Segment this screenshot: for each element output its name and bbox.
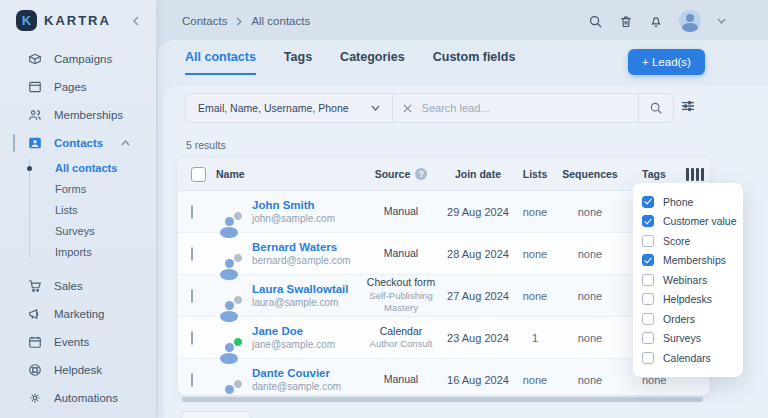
- contact-name-link[interactable]: Dante Couvier: [252, 366, 341, 381]
- contact-name-link[interactable]: Jane Doe: [252, 324, 335, 339]
- column-option-surveys[interactable]: Surveys: [633, 329, 743, 349]
- tab-categories[interactable]: Categories: [340, 50, 405, 75]
- column-option-helpdesks[interactable]: Helpdesks: [633, 290, 743, 310]
- columns-visibility-dropdown: Phone Customer value Score Memberships W…: [633, 183, 743, 377]
- active-bullet: [27, 166, 32, 171]
- row-checkbox[interactable]: [191, 247, 193, 261]
- tab-custom-fields[interactable]: Custom fields: [433, 50, 516, 75]
- sidebar-item-sales[interactable]: Sales: [0, 272, 156, 300]
- checkbox[interactable]: [642, 274, 654, 286]
- column-option-orders[interactable]: Orders: [633, 309, 743, 329]
- search-submit-icon[interactable]: [638, 94, 673, 122]
- sidebar-item-marketing[interactable]: Marketing: [0, 300, 156, 328]
- contacts-table: Name Source ? Join date Lists Sequences …: [178, 158, 710, 395]
- row-checkbox[interactable]: [191, 205, 193, 219]
- column-option-phone[interactable]: Phone: [633, 192, 743, 212]
- contacts-tabs: All contacts Tags Categories Custom fiel…: [185, 50, 515, 75]
- horizontal-scrollbar[interactable]: [182, 397, 703, 402]
- sidebar-item-helpdesk[interactable]: Helpdesk: [0, 356, 156, 384]
- checkbox[interactable]: [642, 196, 654, 208]
- checkbox[interactable]: [642, 352, 654, 364]
- clear-search-icon[interactable]: [403, 104, 412, 113]
- add-lead-button[interactable]: + Lead(s): [628, 49, 705, 75]
- contacts-submenu: All contacts Forms Lists Surveys Imports: [0, 157, 156, 262]
- contact-name-link[interactable]: Laura Swallowtail: [252, 282, 349, 297]
- join-date-value: 27 Aug 2024: [442, 290, 514, 302]
- sidebar-item-events[interactable]: Events: [0, 328, 156, 356]
- events-icon: [28, 335, 42, 349]
- sidebar-subitem-forms[interactable]: Forms: [0, 178, 156, 199]
- column-option-score[interactable]: Score: [633, 231, 743, 251]
- sidebar-subitem-lists[interactable]: Lists: [0, 199, 156, 220]
- search-input[interactable]: [420, 101, 638, 115]
- columns-settings-icon[interactable]: [686, 168, 704, 181]
- source-sub-value: Author Consult: [360, 338, 442, 350]
- column-option-label: Score: [663, 235, 690, 247]
- active-section-indicator: [13, 134, 15, 152]
- sequences-value: none: [556, 374, 624, 386]
- checkbox[interactable]: [642, 254, 654, 266]
- checkbox[interactable]: [642, 215, 654, 227]
- column-option-label: Phone: [663, 196, 693, 208]
- row-checkbox[interactable]: [191, 373, 193, 387]
- sidebar-item-campaigns[interactable]: Campaigns: [0, 45, 156, 73]
- sidebar-item-pages[interactable]: Pages: [0, 73, 156, 101]
- tab-tags[interactable]: Tags: [284, 50, 312, 75]
- checkbox[interactable]: [642, 293, 654, 305]
- tab-all-contacts[interactable]: All contacts: [185, 50, 256, 75]
- user-avatar[interactable]: [679, 10, 701, 32]
- account-chevron-down-icon[interactable]: [717, 18, 726, 24]
- breadcrumb-separator-icon: [236, 17, 242, 26]
- subitem-label: Lists: [55, 204, 78, 216]
- breadcrumb-parent[interactable]: Contacts: [182, 15, 227, 27]
- sidebar-item-label: Events: [54, 336, 89, 348]
- sidebar-item-label: Campaigns: [54, 53, 112, 65]
- advanced-filters-icon[interactable]: [680, 98, 696, 114]
- column-option-label: Orders: [663, 313, 695, 325]
- sequences-value: none: [556, 206, 624, 218]
- sidebar-subitem-surveys[interactable]: Surveys: [0, 220, 156, 241]
- sidebar-item-automations[interactable]: Automations: [0, 384, 156, 412]
- contact-name-link[interactable]: John Smith: [252, 198, 335, 213]
- column-option-calendars[interactable]: Calendars: [633, 348, 743, 368]
- checkbox[interactable]: [642, 235, 654, 247]
- search-icon[interactable]: [588, 14, 603, 29]
- sidebar-item-memberships[interactable]: Memberships: [0, 101, 156, 129]
- app-logo-text: KARTRA: [44, 13, 111, 28]
- contact-name-link[interactable]: Bernard Waters: [252, 240, 351, 255]
- per-page-selector-partial[interactable]: [181, 411, 251, 418]
- source-value: Checkout form: [360, 276, 442, 290]
- source-info-icon[interactable]: ?: [415, 168, 427, 180]
- table-row[interactable]: Bernard Waters bernard@sample.com Manual…: [178, 233, 710, 275]
- row-checkbox[interactable]: [191, 331, 193, 345]
- table-row[interactable]: Dante Couvier dante@sample.com Manual 16…: [178, 359, 710, 395]
- table-row[interactable]: John Smith john@sample.com Manual 29 Aug…: [178, 191, 710, 233]
- marketing-icon: [28, 307, 42, 321]
- sidebar-item-contacts[interactable]: Contacts: [0, 129, 156, 157]
- checkbox[interactable]: [642, 332, 654, 344]
- select-all-checkbox[interactable]: [191, 167, 206, 182]
- source-value: Manual: [360, 247, 442, 261]
- sidebar-subitem-all-contacts[interactable]: All contacts: [0, 157, 156, 178]
- table-row[interactable]: Jane Doe jane@sample.com CalendarAuthor …: [178, 317, 710, 359]
- trash-icon[interactable]: [619, 14, 633, 29]
- column-option-label: Webinars: [663, 274, 707, 286]
- sidebar-item-label: Sales: [54, 280, 83, 292]
- subitem-label: All contacts: [55, 162, 117, 174]
- sidebar-collapse-icon[interactable]: [132, 16, 140, 26]
- notifications-bell-icon[interactable]: [649, 14, 663, 29]
- column-option-webinars[interactable]: Webinars: [633, 270, 743, 290]
- table-row[interactable]: Laura Swallowtail laura@sample.com Check…: [178, 275, 710, 317]
- sidebar-subitem-imports[interactable]: Imports: [0, 241, 156, 262]
- search-field-selector[interactable]: Email, Name, Username, Phone: [186, 94, 393, 122]
- row-checkbox[interactable]: [191, 289, 193, 303]
- sidebar-item-label: Contacts: [54, 137, 103, 149]
- checkbox[interactable]: [642, 313, 654, 325]
- column-option-memberships[interactable]: Memberships: [633, 251, 743, 271]
- table-header-row: Name Source ? Join date Lists Sequences …: [178, 158, 710, 191]
- sidebar-item-media-center[interactable]: Media center: [0, 412, 156, 418]
- source-sub-value: Self-Publishing Mastery: [360, 290, 442, 315]
- column-option-customer-value[interactable]: Customer value: [633, 212, 743, 232]
- contact-email: jane@sample.com: [252, 338, 335, 351]
- join-date-value: 16 Aug 2024: [442, 374, 514, 386]
